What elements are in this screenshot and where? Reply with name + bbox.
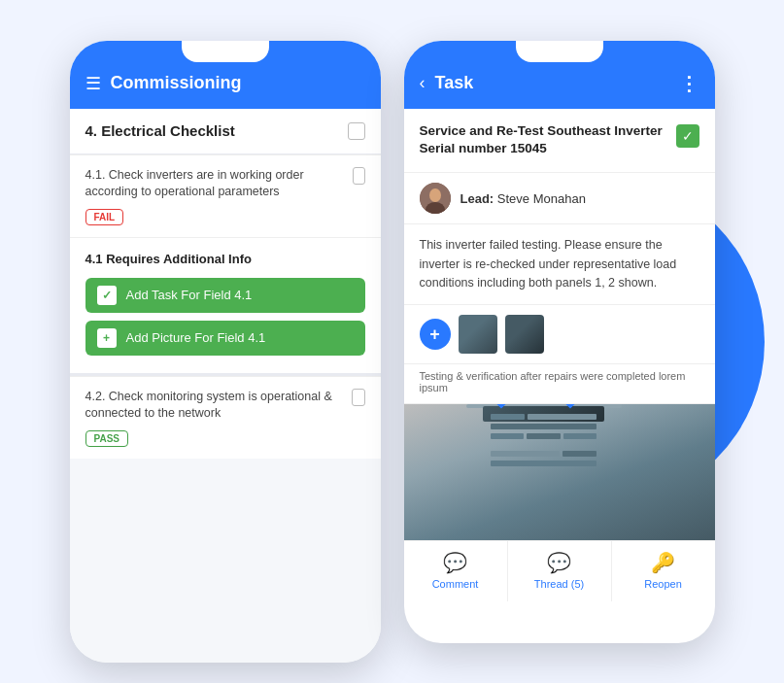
section-title: 4. Electrical Checklist <box>85 122 235 139</box>
section-checkbox[interactable] <box>348 122 365 140</box>
fail-badge: FAIL <box>85 209 124 225</box>
item-41-checkbox[interactable] <box>353 167 364 185</box>
photo-thumb-1[interactable] <box>459 315 497 354</box>
item-41-text: 4.1. Check inverters are in working orde… <box>85 167 365 201</box>
thread-label: Thread (5) <box>534 578 584 590</box>
back-button[interactable]: ‹ <box>420 73 426 93</box>
add-task-icon: ✓ <box>97 286 117 305</box>
phone-right: ‹ Task ⋮ Service and Re-Test Southeast I… <box>404 41 715 643</box>
avatar <box>420 183 451 214</box>
reopen-label: Reopen <box>644 578 682 590</box>
circuit-row-4 <box>491 451 597 457</box>
add-photo-button[interactable]: + <box>420 319 451 350</box>
circuit-block <box>527 433 560 439</box>
task-check-icon[interactable]: ✓ <box>676 124 699 148</box>
circuit-row-1 <box>491 414 597 420</box>
reopen-nav-item[interactable]: 🔑 Reopen <box>612 541 715 601</box>
add-task-label: Add Task For Field 4.1 <box>126 288 253 302</box>
menu-icon[interactable]: ☰ <box>85 73 101 94</box>
panel-door <box>466 404 622 408</box>
photo-thumb-2[interactable] <box>505 315 544 354</box>
circuit-block <box>491 433 524 439</box>
panel-door-inner <box>483 406 604 422</box>
circuit-row-5 <box>491 461 597 466</box>
circuit-row-2 <box>491 424 597 429</box>
circuit-block <box>491 451 560 457</box>
phone-left: ☰ Commissioning 4. Electrical Checklist … <box>70 41 381 663</box>
bottom-nav: 💬 Comment 💬 Thread (5) 🔑 Reopen <box>404 540 715 601</box>
comment-icon: 💬 <box>443 551 467 574</box>
circuit-block <box>563 433 597 439</box>
app-title: Commissioning <box>111 73 365 93</box>
item-42-checkbox[interactable] <box>352 389 364 406</box>
comment-label: Comment <box>432 578 479 590</box>
circuit-block <box>528 414 597 420</box>
expanded-card: 4.1 Requires Additional Info ✓ Add Task … <box>70 237 381 376</box>
task-content: Service and Re-Test Southeast Inverter S… <box>404 109 715 602</box>
electrical-checklist-header: 4. Electrical Checklist <box>70 109 381 154</box>
task-description: This inverter failed testing. Please ens… <box>404 224 715 305</box>
phone-right-notch <box>516 41 603 62</box>
thumb-image-1 <box>459 315 497 354</box>
circuit-block <box>562 451 597 457</box>
task-title: Service and Re-Test Southeast Inverter S… <box>420 122 666 159</box>
circuit-block <box>491 461 597 466</box>
comment-nav-item[interactable]: 💬 Comment <box>404 541 507 601</box>
photo-caption: Testing & verification after repairs wer… <box>404 364 715 404</box>
phone-left-notch <box>182 41 269 62</box>
add-picture-button[interactable]: + Add Picture For Field 4.1 <box>85 321 365 356</box>
checklist-item-42: 4.2. Check monitoring system is operatio… <box>70 376 381 459</box>
task-card: Service and Re-Test Southeast Inverter S… <box>404 109 715 174</box>
svg-point-1 <box>429 188 441 202</box>
circuit-row-3 <box>491 433 597 439</box>
add-picture-label: Add Picture For Field 4.1 <box>126 330 266 345</box>
photos-row: + <box>404 305 715 364</box>
lead-row: Lead: Steve Monahan <box>404 173 715 224</box>
lead-name-value: Steve Monahan <box>497 191 586 206</box>
task-header-title: Task <box>435 73 669 93</box>
main-image: 1 2 <box>404 404 715 540</box>
circuit-block <box>491 414 525 420</box>
thread-icon: 💬 <box>547 551 571 574</box>
thread-nav-item[interactable]: 💬 Thread (5) <box>508 541 611 601</box>
thumb-image-2 <box>505 315 544 354</box>
item-42-text: 4.2. Check monitoring system is operatio… <box>85 389 365 423</box>
phone-left-content: 4. Electrical Checklist 4.1. Check inver… <box>70 109 381 663</box>
lead-text: Lead: Steve Monahan <box>460 191 586 206</box>
pass-badge: PASS <box>85 430 129 447</box>
add-task-button[interactable]: ✓ Add Task For Field 4.1 <box>85 278 365 313</box>
reopen-icon: 🔑 <box>651 551 675 574</box>
expanded-card-title: 4.1 Requires Additional Info <box>85 252 365 266</box>
lead-label: Lead: <box>460 191 494 206</box>
circuit-block <box>491 424 597 429</box>
more-options-icon[interactable]: ⋮ <box>679 72 699 95</box>
checklist-item-41: 4.1. Check inverters are in working orde… <box>70 154 381 237</box>
add-picture-icon: + <box>97 328 117 348</box>
phones-container: ☰ Commissioning 4. Electrical Checklist … <box>70 21 715 663</box>
